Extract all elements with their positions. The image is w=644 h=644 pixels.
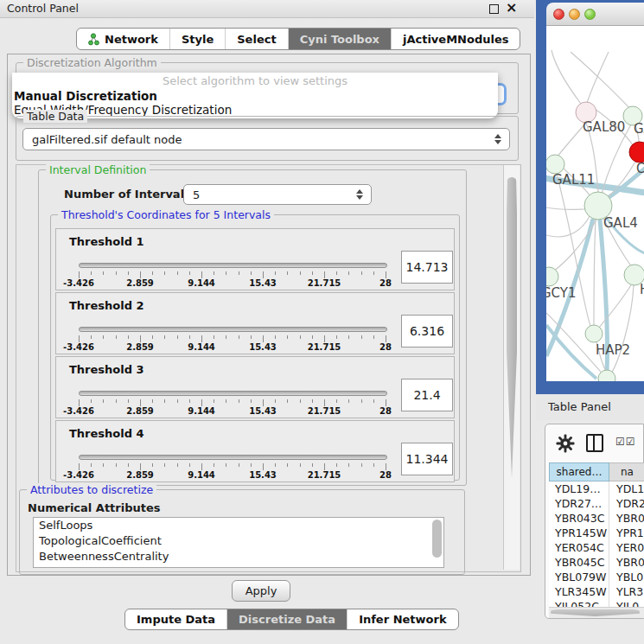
network-node-gal11[interactable] bbox=[546, 155, 564, 174]
column-checkbox-icons[interactable]: ☑☑ bbox=[615, 436, 636, 448]
slider-tick-label: 21.715 bbox=[308, 278, 341, 288]
table-header: shared… na bbox=[549, 462, 644, 481]
table-data-combobox[interactable]: galFiltered.sif default node bbox=[22, 128, 510, 150]
table-header-shared-name[interactable]: shared… bbox=[549, 462, 609, 481]
slider-thumb[interactable] bbox=[315, 384, 327, 400]
slider-tick bbox=[373, 271, 374, 275]
slider-tick-label: 28 bbox=[379, 470, 392, 480]
slider-tick bbox=[152, 463, 153, 467]
network-window-titlebar[interactable] bbox=[546, 3, 644, 26]
slider-tick bbox=[348, 463, 349, 467]
table-row[interactable]: YER054CYER0 bbox=[549, 540, 644, 555]
slider-track[interactable] bbox=[79, 327, 387, 332]
network-node-hap2[interactable] bbox=[585, 325, 603, 342]
bottom-tab-label: Infer Network bbox=[359, 613, 446, 626]
attribute-list-item[interactable]: TopologicalCoefficient bbox=[34, 533, 443, 549]
slider-tick-label: -3.426 bbox=[63, 470, 94, 480]
slider-tick bbox=[103, 335, 104, 339]
float-window-icon[interactable] bbox=[489, 4, 499, 14]
table-header-name[interactable]: na bbox=[609, 462, 644, 481]
threshold-label: Threshold 3 bbox=[69, 363, 144, 376]
bottom-tab-discretize-data[interactable]: Discretize Data bbox=[227, 609, 348, 629]
slider-tick bbox=[189, 399, 190, 403]
bottom-tab-infer-network[interactable]: Infer Network bbox=[348, 609, 457, 629]
settings-vertical-scrollbar[interactable] bbox=[503, 165, 520, 570]
slider-tick bbox=[361, 463, 362, 467]
slider-tick bbox=[79, 271, 80, 278]
table-row[interactable]: YPR145WYPR1 bbox=[549, 526, 644, 540]
node-label: GAL11 bbox=[552, 172, 595, 188]
threshold-value-field[interactable]: 6.316 bbox=[401, 315, 453, 348]
slider-tick bbox=[91, 335, 92, 339]
threshold-value-field[interactable]: 14.713 bbox=[401, 251, 453, 284]
tab-cyni-toolbox[interactable]: Cyni Toolbox bbox=[289, 29, 392, 49]
slider-track[interactable] bbox=[79, 455, 387, 460]
node-label: H bbox=[640, 282, 644, 297]
table-row[interactable]: YLR345WYLR3 bbox=[549, 584, 644, 599]
slider-tick bbox=[189, 271, 190, 275]
network-node-c[interactable] bbox=[629, 142, 644, 163]
slider-tick bbox=[177, 271, 178, 275]
slider-tick bbox=[79, 335, 80, 342]
number-of-intervals-combobox[interactable]: 5 bbox=[183, 184, 372, 205]
slider-thumb[interactable] bbox=[250, 256, 262, 272]
slider-tick bbox=[275, 271, 276, 275]
attribute-list-item[interactable]: BetweennessCentrality bbox=[34, 549, 443, 564]
node-label: GAL80 bbox=[583, 119, 625, 135]
table-panel-title: Table Panel bbox=[548, 400, 611, 413]
tab-network[interactable]: Network bbox=[77, 29, 170, 49]
slider-tick bbox=[386, 335, 386, 342]
numerical-attributes-list[interactable]: SelfLoopsTopologicalCoefficientBetweenne… bbox=[33, 517, 444, 568]
table-cell-name: YDR2 bbox=[609, 496, 644, 511]
threshold-value-field[interactable]: 21.4 bbox=[401, 379, 453, 411]
table-row[interactable]: YDR27…YDR2 bbox=[549, 496, 644, 511]
minimize-traffic-light-icon[interactable] bbox=[569, 9, 580, 20]
network-node-gcy1[interactable] bbox=[546, 267, 558, 286]
slider-track[interactable] bbox=[79, 263, 387, 268]
table-row[interactable]: YBR045CYBR0 bbox=[549, 555, 644, 570]
slider-tick bbox=[386, 399, 386, 406]
node-label: C bbox=[636, 161, 644, 176]
slider-tick bbox=[140, 335, 141, 342]
slider-tick-label: -3.426 bbox=[63, 278, 94, 288]
slider-tick bbox=[251, 399, 252, 403]
slider-tick bbox=[177, 399, 178, 403]
combo-stepper-icon bbox=[494, 134, 502, 144]
slider-thumb[interactable] bbox=[168, 320, 180, 336]
slider-tick bbox=[300, 335, 301, 339]
slider-track[interactable] bbox=[79, 391, 387, 396]
attribute-list-item[interactable]: SelfLoops bbox=[34, 518, 443, 533]
slider-tick bbox=[251, 335, 252, 339]
dropdown-hint-item[interactable]: Select algorithm to view settings bbox=[12, 74, 498, 89]
tab-select[interactable]: Select bbox=[226, 29, 288, 49]
table-row[interactable]: YBR043CYBR0 bbox=[549, 511, 644, 526]
table-row[interactable]: YDL19…YDL1 bbox=[549, 481, 644, 496]
tab-style[interactable]: Style bbox=[170, 29, 226, 49]
discretization-algorithm-group-title: Discretization Algorithm bbox=[23, 56, 161, 69]
scrollbar-thumb[interactable] bbox=[551, 609, 640, 616]
scrollbar-thumb[interactable] bbox=[507, 177, 517, 478]
zoom-traffic-light-icon[interactable] bbox=[584, 9, 596, 20]
list-scrollbar-thumb[interactable] bbox=[432, 520, 442, 558]
gear-icon[interactable] bbox=[556, 434, 575, 453]
slider-tick bbox=[189, 335, 190, 339]
tab-jactivemnodules[interactable]: jActiveMNodules bbox=[392, 29, 520, 49]
screen: Control Panel × NetworkStyleSelectCyni T… bbox=[0, 0, 644, 644]
slider-tick bbox=[189, 463, 190, 467]
table-horizontal-scrollbar[interactable] bbox=[549, 607, 644, 618]
close-icon[interactable]: × bbox=[506, 0, 517, 16]
slider-tick bbox=[152, 271, 153, 275]
split-table-icon[interactable] bbox=[586, 434, 603, 452]
dropdown-option[interactable]: Manual Discretization bbox=[12, 89, 498, 103]
threshold-value-field[interactable]: 11.344 bbox=[401, 443, 453, 475]
network-view-canvas[interactable]: GAL80GACGAL11GAL4GCY1HHAP2 bbox=[546, 26, 644, 381]
close-traffic-light-icon[interactable] bbox=[553, 9, 564, 20]
apply-button[interactable]: Apply bbox=[232, 580, 290, 602]
slider-tick-label: 9.144 bbox=[188, 406, 215, 416]
slider-tick bbox=[300, 271, 301, 275]
table-row[interactable]: YBL079WYBL0 bbox=[549, 570, 644, 584]
bottom-tab-impute-data[interactable]: Impute Data bbox=[125, 609, 227, 629]
table-cell-name: YDL1 bbox=[609, 481, 644, 496]
slider-thumb[interactable] bbox=[217, 448, 229, 464]
slider-tick bbox=[116, 399, 117, 403]
